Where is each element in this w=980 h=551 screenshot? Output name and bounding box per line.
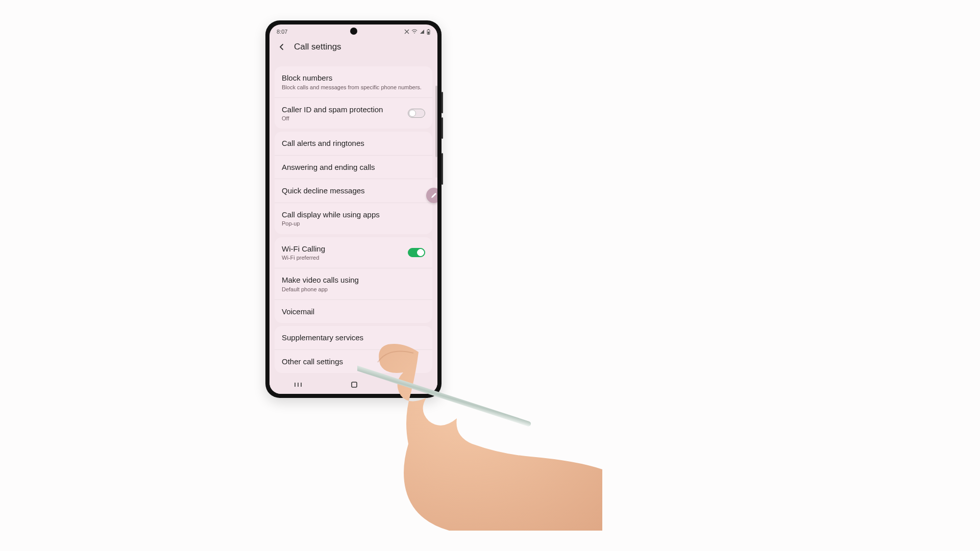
setting-title: Wi-Fi Calling [282, 244, 403, 254]
setting-block-numbers[interactable]: Block numbers Block calls and messages f… [275, 66, 432, 97]
navigation-bar [270, 378, 437, 394]
caller-id-toggle[interactable] [408, 109, 425, 118]
phone-frame: 8:07 Call settings Block numbers [265, 20, 442, 398]
chevron-left-icon [278, 43, 285, 51]
settings-group: Block numbers Block calls and messages f… [275, 66, 432, 129]
setting-title: Call alerts and ringtones [282, 138, 425, 148]
setting-title: Caller ID and spam protection [282, 105, 403, 115]
setting-title: Answering and ending calls [282, 162, 425, 172]
power-button[interactable] [442, 153, 443, 185]
volume-up-button[interactable] [442, 92, 443, 113]
svg-rect-2 [428, 32, 429, 34]
signal-icon [420, 29, 425, 34]
appbar: Call settings [270, 37, 437, 59]
setting-subtitle: Default phone app [282, 286, 425, 293]
settings-list[interactable]: Block numbers Block calls and messages f… [270, 63, 437, 378]
recents-icon [293, 381, 303, 388]
setting-call-alerts[interactable]: Call alerts and ringtones [275, 132, 432, 155]
home-button[interactable] [351, 381, 358, 390]
setting-answering-ending[interactable]: Answering and ending calls [275, 155, 432, 179]
setting-title: Quick decline messages [282, 186, 425, 196]
home-icon [351, 381, 358, 388]
setting-title: Other call settings [282, 357, 425, 367]
setting-subtitle: Wi-Fi preferred [282, 255, 403, 261]
back-nav-button[interactable] [406, 381, 413, 390]
back-nav-icon [406, 381, 413, 388]
setting-call-display[interactable]: Call display while using apps Pop-up [275, 203, 432, 234]
setting-subtitle: Off [282, 115, 403, 122]
setting-video-calls[interactable]: Make video calls using Default phone app [275, 268, 432, 299]
setting-subtitle: Pop-up [282, 220, 425, 227]
recents-button[interactable] [293, 381, 303, 390]
screen: 8:07 Call settings Block numbers [270, 24, 437, 394]
svg-rect-1 [428, 29, 429, 30]
pencil-icon [430, 192, 437, 199]
setting-supplementary[interactable]: Supplementary services [275, 326, 432, 349]
status-icons [404, 29, 430, 35]
edit-fab[interactable] [426, 188, 437, 203]
svg-rect-3 [352, 382, 357, 387]
status-time: 8:07 [277, 29, 287, 35]
back-button[interactable] [277, 42, 287, 52]
setting-voicemail[interactable]: Voicemail [275, 299, 432, 323]
settings-group: Wi-Fi Calling Wi-Fi preferred Make video… [275, 237, 432, 323]
wifi-icon [411, 29, 418, 34]
setting-title: Voicemail [282, 307, 425, 317]
setting-title: Block numbers [282, 73, 425, 83]
setting-caller-id-spam[interactable]: Caller ID and spam protection Off [275, 97, 432, 129]
battery-icon [427, 29, 430, 35]
setting-title: Make video calls using [282, 275, 425, 285]
setting-wifi-calling[interactable]: Wi-Fi Calling Wi-Fi preferred [275, 237, 432, 268]
setting-subtitle: Block calls and messages from specific p… [282, 84, 425, 91]
setting-title: Call display while using apps [282, 210, 425, 220]
setting-title: Supplementary services [282, 333, 425, 343]
camera-hole [350, 28, 357, 35]
settings-group: Call alerts and ringtones Answering and … [275, 132, 432, 234]
settings-group: Supplementary services Other call settin… [275, 326, 432, 373]
volume-down-button[interactable] [442, 117, 443, 139]
no-sim-icon [404, 29, 409, 34]
setting-quick-decline[interactable]: Quick decline messages [275, 179, 432, 203]
setting-other-call[interactable]: Other call settings [275, 349, 432, 373]
wifi-calling-toggle[interactable] [408, 248, 425, 257]
appbar-title: Call settings [294, 42, 341, 52]
